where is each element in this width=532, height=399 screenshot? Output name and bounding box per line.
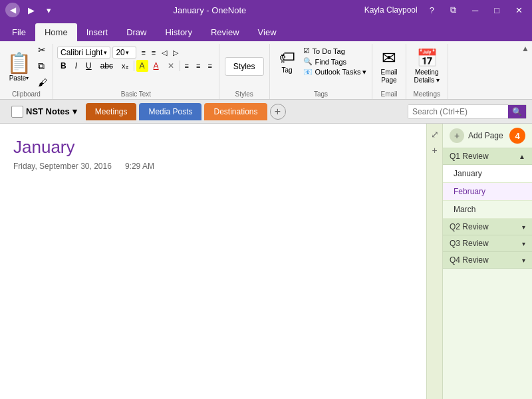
decrease-indent-button[interactable]: ◁ xyxy=(159,47,170,59)
notebook-dropdown-icon: ▾ xyxy=(72,106,77,116)
meetings-group: 📅 MeetingDetails ▾ Meetings xyxy=(406,44,448,99)
search-box: 🔍 xyxy=(408,104,527,119)
copy-button[interactable]: ⧉ xyxy=(37,59,49,73)
styles-group: Styles Styles xyxy=(219,44,270,99)
back-button[interactable]: ◀ xyxy=(5,3,20,17)
minimize-button[interactable]: ─ xyxy=(468,4,482,17)
highlight-button[interactable]: A xyxy=(136,60,148,72)
add-page-button[interactable]: + Add Page 4 xyxy=(443,124,532,148)
tab-home[interactable]: Home xyxy=(35,23,77,41)
add-subpage-button[interactable]: + xyxy=(432,145,437,156)
todo-tag-button[interactable]: ☑To Do Tag xyxy=(303,47,367,55)
q1-section-label: Q1 Review xyxy=(450,152,489,161)
numbered-list-button[interactable]: ≡ xyxy=(149,47,158,58)
align-right-button[interactable]: ≡ xyxy=(205,61,214,71)
tab-history[interactable]: History xyxy=(156,23,201,41)
cut-button[interactable]: ✂ xyxy=(37,43,49,57)
section-tab-destinations[interactable]: Destinations xyxy=(204,103,267,120)
ribbon-collapse-button[interactable]: ▲ xyxy=(521,44,529,53)
q2-collapse-arrow-icon: ▾ xyxy=(522,223,525,231)
user-name: Kayla Claypool xyxy=(364,5,418,15)
strikethrough-button[interactable]: abc xyxy=(97,60,116,72)
notebook-icon xyxy=(11,106,23,118)
tab-draw[interactable]: Draw xyxy=(117,23,156,41)
section-tab-media[interactable]: Media Posts xyxy=(139,103,201,120)
clear-format-button[interactable]: ✕ xyxy=(164,60,178,72)
tags-label: Tags xyxy=(270,90,372,98)
basic-text-group: Calibri Light▾ 20▾ ≡ ≡ ◁ ▷ B I U abc x₂ … xyxy=(53,44,219,99)
close-button[interactable]: ✕ xyxy=(511,4,527,17)
styles-button[interactable]: Styles xyxy=(225,57,264,76)
restore-button[interactable]: ⧉ xyxy=(446,3,460,17)
ribbon-tab-bar: File Home Insert Draw History Review Vie… xyxy=(0,20,532,41)
expand-page-button[interactable]: ⤢ xyxy=(431,129,439,140)
title-bar-left: ◀ ▶ ▾ xyxy=(5,3,55,17)
email-group: ✉ EmailPage Email xyxy=(372,44,406,99)
q3-collapse-arrow-icon: ▾ xyxy=(522,240,525,247)
q3-section-label: Q3 Review xyxy=(450,239,489,248)
align-center-button[interactable]: ≡ xyxy=(194,61,203,71)
basic-text-label: Basic Text xyxy=(53,90,219,98)
tab-review[interactable]: Review xyxy=(201,23,249,41)
back-icon: ◀ xyxy=(10,5,16,15)
pages-panel: + Add Page 4 Q1 Review ▲ January Februar… xyxy=(442,124,532,399)
search-input[interactable] xyxy=(408,105,508,118)
tab-view[interactable]: View xyxy=(249,23,286,41)
paste-button[interactable]: 📋 Paste▾ xyxy=(4,50,34,83)
outlook-tasks-button[interactable]: 📧Outlook Tasks ▾ xyxy=(303,68,367,76)
q4-collapse-arrow-icon: ▾ xyxy=(522,257,525,264)
customize-qat-button[interactable]: ▾ xyxy=(43,4,55,17)
page-tools: ⤢ + xyxy=(426,124,442,399)
font-selector[interactable]: Calibri Light▾ xyxy=(57,47,110,59)
title-bar: ◀ ▶ ▾ January - OneNote Kayla Claypool ?… xyxy=(0,0,532,20)
q4-section-label: Q4 Review xyxy=(450,255,489,265)
q2-section-label: Q2 Review xyxy=(450,222,489,231)
separator2 xyxy=(180,61,180,71)
maximize-button[interactable]: □ xyxy=(490,4,503,17)
tags-group: 🏷 Tag ☑To Do Tag 🔍Find Tags 📧Outlook Tas… xyxy=(270,44,373,99)
q3-review-section-header[interactable]: Q3 Review ▾ xyxy=(443,235,532,252)
format-painter-button[interactable]: 🖌 xyxy=(37,76,49,89)
subscript-button[interactable]: x₂ xyxy=(118,61,132,72)
q2-review-section-header[interactable]: Q2 Review ▾ xyxy=(443,219,532,235)
notebook-selector[interactable]: NST Notes ▾ xyxy=(5,102,83,121)
note-area[interactable]: January Friday, September 30, 2016 9:29 … xyxy=(0,124,426,399)
tag-button[interactable]: 🏷 Tag xyxy=(275,47,299,76)
note-time-value: 9:29 AM xyxy=(125,162,154,171)
meeting-details-button[interactable]: 📅 MeetingDetails ▾ xyxy=(412,47,442,86)
styles-label: Styles xyxy=(219,90,269,98)
help-button[interactable]: ? xyxy=(426,4,438,17)
email-label: Email xyxy=(372,90,405,98)
page-number-badge: 4 xyxy=(509,128,525,144)
collapse-arrow-icon: ▲ xyxy=(519,153,525,160)
page-item-march[interactable]: March xyxy=(443,201,532,219)
notebook-row: NST Notes ▾ Meetings Media Posts Destina… xyxy=(0,100,532,124)
q1-review-section-header[interactable]: Q1 Review ▲ xyxy=(443,148,532,165)
meetings-label: Meetings xyxy=(406,90,448,98)
main-content: January Friday, September 30, 2016 9:29 … xyxy=(0,124,532,399)
page-item-february[interactable]: February xyxy=(443,183,532,201)
add-section-button[interactable]: + xyxy=(270,104,286,120)
page-item-january[interactable]: January xyxy=(443,165,532,183)
increase-indent-button[interactable]: ▷ xyxy=(170,47,181,59)
section-tab-meetings[interactable]: Meetings xyxy=(86,103,137,120)
align-left-button[interactable]: ≡ xyxy=(182,61,192,71)
bold-button[interactable]: B xyxy=(57,60,70,72)
clipboard-group: 📋 Paste▾ ✂ ⧉ 🖌 Clipboard xyxy=(0,44,53,99)
clipboard-label: Clipboard xyxy=(0,90,53,98)
font-color-button[interactable]: A xyxy=(150,60,162,72)
forward-button[interactable]: ▶ xyxy=(24,4,39,17)
search-button[interactable]: 🔍 xyxy=(508,105,526,118)
separator xyxy=(134,61,134,71)
italic-button[interactable]: I xyxy=(72,60,80,72)
notebook-name: NST Notes xyxy=(26,106,70,116)
find-tags-button[interactable]: 🔍Find Tags xyxy=(303,57,367,66)
q4-review-section-header[interactable]: Q4 Review ▾ xyxy=(443,252,532,269)
bullet-list-button[interactable]: ≡ xyxy=(138,47,148,58)
tab-file[interactable]: File xyxy=(3,23,35,41)
underline-button[interactable]: U xyxy=(82,60,95,72)
tab-insert[interactable]: Insert xyxy=(77,23,118,41)
email-page-button[interactable]: ✉ EmailPage xyxy=(378,47,400,86)
ribbon: ▲ 📋 Paste▾ ✂ ⧉ 🖌 Clipboard xyxy=(0,41,532,100)
font-size-selector[interactable]: 20▾ xyxy=(112,47,136,59)
